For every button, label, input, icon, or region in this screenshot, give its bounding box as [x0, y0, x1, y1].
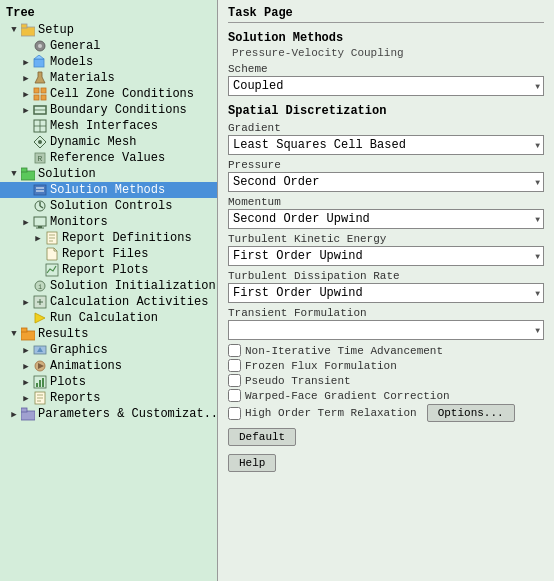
tree-item-results[interactable]: ▼ Results [0, 326, 217, 342]
tree-item-reports[interactable]: ▶ Reports [0, 390, 217, 406]
expand-arrow-monitors[interactable]: ▶ [20, 217, 32, 228]
tree-item-models[interactable]: ▶ Models [0, 54, 217, 70]
tree-item-parameters[interactable]: ▶ Parameters & Customizat... [0, 406, 217, 422]
pressure-group: Pressure Second Order [228, 159, 544, 192]
graphics-label: Graphics [50, 343, 108, 357]
tree-item-setup[interactable]: ▼ Setup [0, 22, 217, 38]
tree-item-calc-activities[interactable]: ▶ Calculation Activities [0, 294, 217, 310]
svg-point-3 [38, 44, 42, 48]
checkbox-high-order-row: High Order Term Relaxation Options... [228, 404, 544, 422]
expand-arrow-calc[interactable]: ▶ [20, 297, 32, 308]
tree-item-solution[interactable]: ▼ Solution [0, 166, 217, 182]
expand-arrow-report-def[interactable]: ▶ [32, 233, 44, 244]
tree-item-solution-methods[interactable]: Solution Methods [0, 182, 217, 198]
tree-item-solution-init[interactable]: i Solution Initialization [0, 278, 217, 294]
tke-dropdown[interactable]: First Order Upwind [228, 246, 544, 266]
expand-arrow-materials[interactable]: ▶ [20, 73, 32, 84]
svg-rect-4 [34, 59, 44, 67]
pressure-label: Pressure [228, 159, 544, 171]
svg-rect-41 [21, 328, 27, 332]
tree-item-reference[interactable]: R Reference Values [0, 150, 217, 166]
default-button[interactable]: Default [228, 428, 296, 446]
options-button[interactable]: Options... [427, 404, 515, 422]
gradient-dropdown[interactable]: Least Squares Cell Based [228, 135, 544, 155]
scheme-dropdown[interactable]: Coupled [228, 76, 544, 96]
general-icon [32, 39, 48, 53]
svg-text:i: i [38, 283, 42, 291]
checkbox-pseudo-trans[interactable] [228, 374, 241, 387]
expand-arrow-params[interactable]: ▶ [8, 409, 20, 420]
expand-arrow-results[interactable]: ▼ [8, 329, 20, 339]
monitors-icon [32, 215, 48, 229]
momentum-dropdown-wrapper: Second Order Upwind [228, 209, 544, 229]
tree-item-materials[interactable]: ▶ Materials [0, 70, 217, 86]
models-icon [32, 55, 48, 69]
solution-init-icon: i [32, 279, 48, 293]
report-plots-label: Report Plots [62, 263, 148, 277]
tree-item-plots[interactable]: ▶ Plots [0, 374, 217, 390]
setup-icon [20, 23, 36, 37]
tke-group: Turbulent Kinetic Energy First Order Upw… [228, 233, 544, 266]
tree-item-general[interactable]: General [0, 38, 217, 54]
pv-coupling-label: Pressure-Velocity Coupling [232, 47, 544, 59]
models-label: Models [50, 55, 93, 69]
expand-arrow-solution[interactable]: ▼ [8, 169, 20, 179]
checkbox-frozen-flux[interactable] [228, 359, 241, 372]
pressure-dropdown-wrapper: Second Order [228, 172, 544, 192]
expand-arrow-setup[interactable]: ▼ [8, 25, 20, 35]
run-calc-label: Run Calculation [50, 311, 158, 325]
solution-init-label: Solution Initialization [50, 279, 216, 293]
tree-item-report-plots[interactable]: Report Plots [0, 262, 217, 278]
task-panel: Task Page Solution Methods Pressure-Velo… [218, 0, 554, 581]
scheme-dropdown-wrapper: Coupled [228, 76, 544, 96]
cell-zone-label: Cell Zone Conditions [50, 87, 194, 101]
solution-label: Solution [38, 167, 96, 181]
expand-arrow-animations[interactable]: ▶ [20, 361, 32, 372]
results-icon [20, 327, 36, 341]
svg-rect-20 [34, 185, 46, 195]
svg-rect-19 [21, 168, 27, 172]
tree-item-report-files[interactable]: Report Files [0, 246, 217, 262]
tree-item-run-calc[interactable]: Run Calculation [0, 310, 217, 326]
pressure-dropdown[interactable]: Second Order [228, 172, 544, 192]
expand-arrow-plots[interactable]: ▶ [20, 377, 32, 388]
tree-item-mesh-interfaces[interactable]: Mesh Interfaces [0, 118, 217, 134]
tdr-dropdown[interactable]: First Order Upwind [228, 283, 544, 303]
checkbox-non-iter[interactable] [228, 344, 241, 357]
solution-methods-label: Solution Methods [50, 183, 165, 197]
tree-item-report-definitions[interactable]: ▶ Report Definitions [0, 230, 217, 246]
results-label: Results [38, 327, 88, 341]
tree-item-boundary[interactable]: ▶ Boundary Conditions [0, 102, 217, 118]
cell-zone-icon [32, 87, 48, 101]
solution-icon [20, 167, 36, 181]
expand-arrow-boundary[interactable]: ▶ [20, 105, 32, 116]
momentum-dropdown[interactable]: Second Order Upwind [228, 209, 544, 229]
transient-dropdown-wrapper [228, 320, 544, 340]
svg-rect-49 [42, 378, 44, 387]
momentum-group: Momentum Second Order Upwind [228, 196, 544, 229]
reports-icon [32, 391, 48, 405]
setup-label: Setup [38, 23, 74, 37]
task-page-header: Task Page [228, 6, 544, 23]
tree-item-monitors[interactable]: ▶ Monitors [0, 214, 217, 230]
transient-dropdown[interactable] [228, 320, 544, 340]
expand-arrow-cell-zone[interactable]: ▶ [20, 89, 32, 100]
checkbox-warped-face[interactable] [228, 389, 241, 402]
tree-item-graphics[interactable]: ▶ Graphics [0, 342, 217, 358]
tree-item-cell-zone[interactable]: ▶ Cell Zone Conditions [0, 86, 217, 102]
gradient-label: Gradient [228, 122, 544, 134]
svg-line-25 [40, 206, 43, 208]
tke-label: Turbulent Kinetic Energy [228, 233, 544, 245]
expand-arrow-reports[interactable]: ▶ [20, 393, 32, 404]
checkbox-warped-face-row: Warped-Face Gradient Correction [228, 389, 544, 402]
tree-item-dynamic-mesh[interactable]: Dynamic Mesh [0, 134, 217, 150]
dynamic-mesh-label: Dynamic Mesh [50, 135, 136, 149]
help-button[interactable]: Help [228, 454, 276, 472]
tree-item-solution-controls[interactable]: Solution Controls [0, 198, 217, 214]
svg-rect-1 [21, 24, 27, 28]
tree-item-animations[interactable]: ▶ Animations [0, 358, 217, 374]
expand-arrow-graphics[interactable]: ▶ [20, 345, 32, 356]
expand-arrow-models[interactable]: ▶ [20, 57, 32, 68]
mesh-interfaces-icon [32, 119, 48, 133]
checkbox-high-order[interactable] [228, 407, 241, 420]
